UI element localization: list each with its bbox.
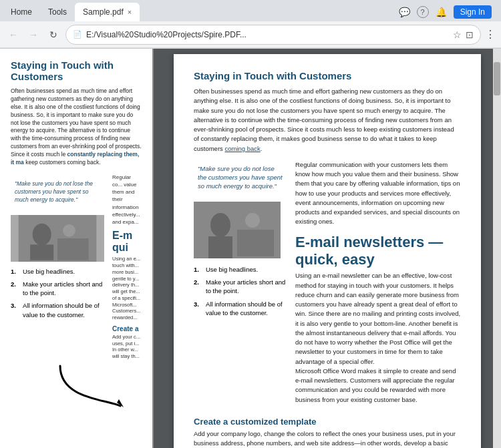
email-heading-line1: E-mail newsletters — bbox=[295, 234, 443, 250]
address-bar: ← → ↻ 📄 E:/Visual%20Studio%20Projects/Sp… bbox=[0, 21, 501, 48]
right-list: 1. Use big headlines. 2. Make your artic… bbox=[194, 265, 287, 317]
list-item-3: All information should be of value to th… bbox=[206, 300, 287, 318]
left-two-col: "Make sure you do not lose the customers… bbox=[11, 174, 142, 360]
email-heading: E-mail newsletters — quick, easy bbox=[295, 234, 461, 269]
email-body: Using an e-mail newsletter can be an eff… bbox=[295, 271, 461, 405]
left-panel-inner: Staying in Touch with Customers Often bu… bbox=[0, 49, 152, 448]
left-pdf-body: Often businesses spend as much time and … bbox=[11, 87, 142, 167]
left-pdf-page: Staying in Touch with Customers Often bu… bbox=[0, 49, 152, 448]
svg-rect-9 bbox=[237, 230, 274, 256]
tab-bar: Home Tools Sample.pdf × 💬 ? 🔔 Sign In bbox=[0, 0, 501, 21]
left-panel: Staying in Touch with Customers Often bu… bbox=[0, 49, 154, 448]
right-col-text: Regular communication with your customer… bbox=[295, 160, 461, 227]
list-item-1: Use big headlines. bbox=[206, 265, 258, 274]
sign-in-button[interactable]: Sign In bbox=[454, 5, 492, 19]
svg-point-10 bbox=[245, 213, 260, 228]
tab-home-label: Home bbox=[11, 7, 32, 17]
svg-rect-8 bbox=[208, 236, 232, 258]
right-scrollbar[interactable] bbox=[493, 49, 501, 448]
refresh-button[interactable]: ↻ bbox=[45, 27, 61, 43]
svg-rect-3 bbox=[57, 238, 89, 260]
email-heading-line2: quick, easy bbox=[295, 251, 375, 268]
left-image bbox=[11, 215, 104, 262]
left-list: 1. Use big headlines. 2. Make your artic… bbox=[11, 267, 104, 319]
left-quote: "Make sure you do not lose the customers… bbox=[11, 174, 104, 211]
tab-tools[interactable]: Tools bbox=[40, 3, 75, 21]
left-pdf-title: Staying in Touch with Customers bbox=[11, 59, 142, 82]
file-icon: 📄 bbox=[73, 30, 82, 39]
tab-home[interactable]: Home bbox=[3, 3, 40, 21]
svg-point-1 bbox=[33, 223, 51, 245]
right-two-col: "Make sure you do not lose the customers… bbox=[194, 160, 461, 411]
svg-rect-2 bbox=[30, 244, 53, 260]
tab-close-icon[interactable]: × bbox=[128, 8, 132, 16]
tab-right-icons: 💬 ? 🔔 Sign In bbox=[399, 5, 498, 21]
url-text: E:/Visual%20Studio%20Projects/Spire.PDF.… bbox=[86, 30, 449, 39]
right-left-col: "Make sure you do not lose the customers… bbox=[194, 160, 287, 411]
create-heading: Create a customized template bbox=[194, 417, 461, 427]
right-scroll-thumb[interactable] bbox=[494, 62, 500, 95]
right-pdf-title: Staying in Touch with Customers bbox=[194, 70, 461, 81]
more-button[interactable]: ⋮ bbox=[485, 28, 496, 41]
right-right-col: Regular communication with your customer… bbox=[295, 160, 461, 411]
create-body: Add your company logo, change the colors… bbox=[194, 429, 461, 448]
right-image bbox=[194, 202, 281, 258]
main-area: Staying in Touch with Customers Often bu… bbox=[0, 49, 501, 448]
star-icon[interactable]: ☆ bbox=[453, 29, 462, 40]
tab-active[interactable]: Sample.pdf × bbox=[75, 3, 140, 21]
left-col: "Make sure you do not lose the customers… bbox=[11, 174, 104, 360]
browser-chrome: Home Tools Sample.pdf × 💬 ? 🔔 Sign In ← … bbox=[0, 0, 501, 49]
back-button[interactable]: ← bbox=[5, 27, 21, 43]
right-quote: "Make sure you do not lose the customers… bbox=[194, 160, 287, 195]
left-right-col: Regular co... value them and their infor… bbox=[112, 174, 142, 360]
list-item-2: Make your articles short and to the poin… bbox=[206, 278, 287, 296]
right-pdf-intro: Often businesses spend as much time and … bbox=[194, 87, 461, 154]
tab-tools-label: Tools bbox=[48, 7, 67, 17]
help-icon[interactable]: ? bbox=[417, 6, 429, 18]
right-panel: Staying in Touch with Customers Often bu… bbox=[154, 49, 501, 448]
forward-button[interactable]: → bbox=[25, 27, 41, 43]
bookmark-icon[interactable]: ⊡ bbox=[466, 29, 474, 40]
url-bar[interactable]: 📄 E:/Visual%20Studio%20Projects/Spire.PD… bbox=[65, 25, 481, 45]
tab-active-label: Sample.pdf bbox=[83, 7, 124, 17]
right-pdf-page: Staying in Touch with Customers Often bu… bbox=[174, 54, 481, 448]
chat-icon[interactable]: 💬 bbox=[399, 7, 410, 17]
svg-point-4 bbox=[63, 224, 75, 237]
bell-icon[interactable]: 🔔 bbox=[436, 7, 447, 17]
svg-point-7 bbox=[210, 213, 230, 237]
